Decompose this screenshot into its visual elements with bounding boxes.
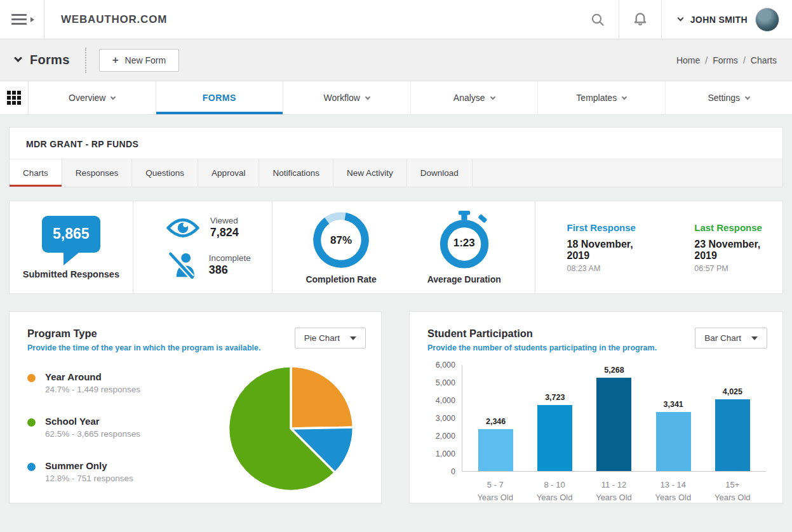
notifications-button[interactable] — [619, 0, 661, 39]
chevron-down-icon — [745, 95, 750, 100]
y-tick-label: 1,000 — [436, 449, 455, 458]
legend-detail: 12.8% - 751 responses — [45, 474, 133, 483]
menu-button[interactable] — [0, 0, 44, 39]
tab-label: Analyse — [453, 93, 485, 103]
y-axis: 6,0005,0004,0003,0002,0001,0000 — [433, 365, 462, 472]
section-chevron-down-icon[interactable] — [14, 54, 22, 62]
user-avatar — [755, 8, 779, 32]
bar-group: 5,268 — [596, 366, 631, 472]
incomplete-value: 386 — [209, 263, 251, 277]
pie-chart-subtitle: Provide the time of the year in which th… — [27, 343, 260, 352]
y-tick-label: 4,000 — [436, 396, 455, 405]
x-tick-label: 15+Years Old — [707, 479, 758, 504]
legend-dot — [27, 374, 36, 382]
breadcrumb-item-forms[interactable]: Forms — [713, 55, 738, 65]
tab-label: Workflow — [324, 93, 360, 103]
tab-label: Templates — [576, 93, 617, 103]
tab-settings[interactable]: Settings — [666, 81, 792, 114]
x-tick-line: 11 - 12 — [588, 479, 639, 491]
legend-dot — [27, 418, 36, 427]
first-response: First Response 18 November, 2019 08:23 A… — [567, 222, 655, 273]
completion-rate-stat: 87% Completion Rate — [305, 211, 376, 284]
submitted-label: Submitted Responses — [23, 269, 119, 279]
form-tab-approval[interactable]: Approval — [198, 159, 259, 187]
form-tab-responses[interactable]: Responses — [62, 159, 133, 187]
chevron-down-icon — [677, 15, 683, 22]
bar-chart: 6,0005,0004,0003,0002,0001,0000 2,3463,7… — [410, 357, 782, 504]
bar-value-label: 3,341 — [664, 400, 683, 409]
form-tab-new-activity[interactable]: New Activity — [333, 159, 407, 187]
breadcrumb-item-home[interactable]: Home — [676, 55, 700, 65]
y-tick-label: 3,000 — [436, 414, 455, 423]
viewed-stat: Viewed 7,824 — [166, 216, 239, 239]
pie-slice-year-around — [291, 366, 353, 429]
x-tick-label: 5 - 7Years Old — [470, 479, 521, 504]
legend-item-summer-only: Summer Only12.8% - 751 responses — [27, 460, 224, 483]
breadcrumb: Home/Forms/Charts — [676, 55, 777, 65]
x-axis-labels: 5 - 7Years Old8 - 10Years Old11 - 12Year… — [462, 479, 766, 504]
submitted-stat: 5,865 Submitted Responses — [10, 201, 133, 293]
form-tab-notifications[interactable]: Notifications — [259, 159, 333, 187]
user-menu[interactable]: JOHN SMITH — [662, 0, 792, 39]
y-tick-label: 5,000 — [436, 378, 455, 387]
bar — [715, 399, 750, 471]
search-button[interactable] — [577, 0, 619, 39]
duration-label: Average Duration — [427, 274, 501, 284]
form-tab-download[interactable]: Download — [407, 159, 473, 187]
breadcrumb-separator: / — [743, 55, 746, 65]
tab-templates[interactable]: Templates — [538, 81, 666, 114]
chevron-down-icon — [490, 95, 495, 100]
x-tick-line: Years Old — [707, 491, 758, 504]
pie-chart — [224, 361, 358, 496]
first-response-label: First Response — [567, 222, 655, 233]
eye-icon — [166, 216, 199, 239]
last-response: Last Response 23 November, 2019 06:57 PM — [694, 222, 782, 273]
legend-text: Year Around24.7% - 1,449 responses — [45, 371, 140, 394]
dotted-divider — [85, 48, 86, 73]
tab-workflow[interactable]: Workflow — [283, 81, 411, 114]
form-tab-questions[interactable]: Questions — [132, 159, 198, 187]
legend-label: School Year — [45, 416, 140, 427]
breadcrumb-item-charts[interactable]: Charts — [751, 55, 777, 65]
chart-type-value: Pie Chart — [304, 333, 340, 343]
legend-item-year-around: Year Around24.7% - 1,449 responses — [27, 371, 224, 394]
person-slash-icon — [166, 251, 198, 279]
new-form-button[interactable]: + New Form — [99, 49, 180, 72]
x-tick-line: Years Old — [588, 491, 639, 504]
search-icon — [590, 12, 605, 27]
first-response-date: 18 November, 2019 — [567, 239, 655, 262]
submitted-value: 5,865 — [53, 225, 90, 243]
program-type-card: Program Type Provide the time of the yea… — [9, 311, 382, 503]
legend-text: School Year62.5% - 3,665 responses — [45, 416, 140, 439]
legend-item-school-year: School Year62.5% - 3,665 responses — [27, 416, 224, 439]
bar-group: 3,723 — [537, 393, 572, 471]
last-response-time: 06:57 PM — [694, 264, 782, 273]
bar-group: 3,341 — [656, 400, 691, 472]
bar-value-label: 4,025 — [723, 387, 742, 396]
bar — [656, 412, 691, 472]
x-tick-line: 5 - 7 — [470, 479, 521, 491]
completion-label: Completion Rate — [305, 274, 376, 284]
x-tick-label: 11 - 12Years Old — [588, 479, 639, 504]
tab-forms[interactable]: FORMS — [156, 81, 284, 114]
hamburger-icon — [11, 14, 33, 25]
tab-overview[interactable]: Overview — [29, 81, 156, 114]
x-tick-line: 15+ — [707, 479, 758, 491]
legend-dot — [27, 463, 36, 471]
pie-legend: Year Around24.7% - 1,449 responsesSchool… — [27, 371, 224, 483]
breadcrumb-separator: / — [705, 55, 708, 65]
plot-area: 2,3463,7235,2683,3414,025 — [462, 365, 766, 472]
page-header: Forms + New Form Home/Forms/Charts — [0, 39, 792, 81]
chevron-down-icon — [622, 95, 627, 100]
stats-panel: 5,865 Submitted Responses Viewed 7,824 — [9, 201, 783, 294]
form-tab-charts[interactable]: Charts — [10, 159, 62, 187]
first-response-time: 08:23 AM — [567, 264, 655, 273]
tab-analyse[interactable]: Analyse — [411, 81, 539, 114]
legend-detail: 62.5% - 3,665 responses — [45, 429, 140, 439]
x-tick-line: 13 - 14 — [648, 479, 699, 491]
apps-grid-button[interactable] — [0, 81, 29, 114]
chart-type-select[interactable]: Bar Chart — [695, 328, 767, 349]
x-tick-line: Years Old — [529, 491, 580, 504]
chevron-down-icon — [111, 95, 116, 100]
chart-type-select[interactable]: Pie Chart — [295, 328, 366, 349]
